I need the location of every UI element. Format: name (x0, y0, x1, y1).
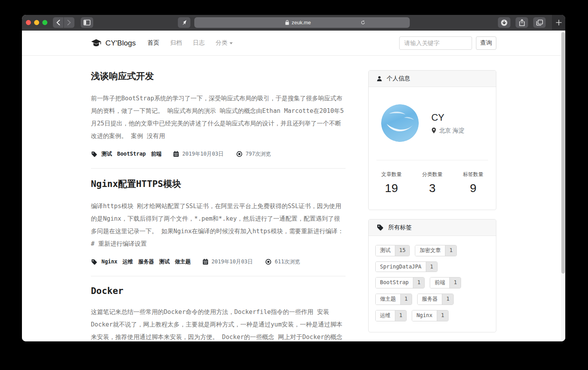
caret-down-icon (230, 42, 233, 44)
minimize-window-button[interactable] (34, 20, 39, 25)
profile-location: 北京 海淀 (439, 127, 464, 134)
post-views: 611次浏览 (275, 258, 300, 265)
avatar (381, 104, 419, 142)
search-input[interactable] (399, 36, 472, 50)
calendar-icon (203, 259, 208, 265)
lock-icon (285, 20, 289, 25)
tab-overview-button[interactable] (533, 17, 546, 28)
location-pin-icon (431, 127, 436, 134)
tag-chip[interactable]: 前端1 (430, 277, 461, 288)
sidebar-toggle-button[interactable] (81, 17, 93, 28)
scrollbar-track[interactable] (561, 31, 565, 341)
back-button[interactable] (53, 17, 63, 28)
post-tag[interactable]: 服务器 (138, 258, 154, 265)
nav-categories-dropdown[interactable]: 分类 (216, 39, 233, 47)
browser-window: zeuk.me (22, 15, 565, 341)
post-divider (91, 168, 346, 169)
eye-icon (265, 259, 271, 265)
profile-card: 个人信息 (368, 70, 496, 210)
share-button[interactable] (516, 17, 528, 28)
post-item: Nginx配置HTTPS模块 编译https模块 刚才给网站配置了SSL证书，在… (91, 178, 346, 276)
post-divider (91, 276, 346, 276)
zoom-window-button[interactable] (42, 20, 47, 25)
tags-card-header: 所有标签 (369, 219, 496, 236)
main-nav: 首页 归档 日志 分类 (148, 39, 233, 47)
post-item: Docker 这篇笔记来总结一些常用的Docker命令的使用方法，Dockerf… (91, 286, 346, 341)
stat-categories: 分类数量 3 (412, 171, 452, 195)
sidebar: 个人信息 (368, 70, 496, 332)
post-date: 2019年10月03日 (182, 151, 224, 158)
plus-icon (556, 20, 562, 25)
post-tag[interactable]: 测试 (159, 258, 170, 265)
tabs-icon (536, 20, 543, 26)
brand-title: CY'Blogs (105, 39, 136, 47)
nav-archive[interactable]: 归档 (170, 39, 182, 47)
downloads-button[interactable] (498, 17, 510, 28)
url-text: zeuk.me (291, 20, 311, 25)
profile-name: CY (431, 112, 464, 123)
tag-chip[interactable]: 测试15 (375, 245, 410, 256)
tag-chip[interactable]: 服务器1 (417, 294, 454, 305)
page-viewport: CY'Blogs 首页 归档 日志 分类 查询 浅谈 (22, 31, 565, 341)
post-list: 浅谈响应式开发 前一阵子把BootStrap系统的学习了一下，深受响应式布局的吸… (91, 70, 346, 341)
profile-card-header: 个人信息 (369, 71, 496, 87)
stat-articles: 文章数量 19 (371, 171, 412, 195)
tag-icon (376, 224, 384, 231)
eye-icon (236, 151, 242, 157)
sidebar-toggle-icon (83, 20, 90, 25)
browser-toolbar: zeuk.me (22, 15, 565, 31)
post-excerpt: 编译https模块 刚才给网站配置了SSL证书，在阿里云平台上免费获得的SSL证… (91, 200, 346, 250)
site-header: CY'Blogs 首页 归档 日志 分类 查询 (22, 31, 565, 56)
tag-icon (91, 151, 98, 158)
nav-home[interactable]: 首页 (148, 39, 159, 47)
share-icon (519, 19, 525, 26)
post-tag[interactable]: 做主题 (175, 258, 191, 265)
grad-cap-icon (91, 39, 101, 47)
bird-icon (181, 19, 187, 26)
forward-button[interactable] (64, 17, 74, 28)
post-title[interactable]: 浅谈响应式开发 (91, 70, 346, 82)
scrollbar-thumb[interactable] (561, 32, 565, 274)
post-tag[interactable]: 运维 (123, 258, 133, 265)
post-excerpt: 这篇笔记来总结一些常用的Docker命令的使用方法，Dockerfile指令的一… (91, 306, 346, 341)
post-tag[interactable]: 测试 (101, 151, 112, 158)
brand[interactable]: CY'Blogs (91, 39, 136, 47)
new-tab-button[interactable] (552, 15, 565, 31)
profile-stats: 文章数量 19 分类数量 3 标签数量 9 (369, 160, 496, 210)
post-date: 2019年10月03日 (212, 258, 253, 265)
calendar-icon (173, 151, 179, 157)
stat-tags: 标签数量 9 (453, 171, 494, 195)
tag-icon (91, 259, 98, 265)
tag-chip[interactable]: 加密文章1 (415, 245, 457, 256)
tag-chip[interactable]: SpringDataJPA1 (375, 261, 438, 272)
post-views: 797次浏览 (246, 151, 271, 158)
download-icon (501, 19, 508, 26)
tag-chip[interactable]: 做主题1 (375, 294, 412, 305)
person-icon (376, 76, 382, 82)
tag-chip-list: 测试15 加密文章1 SpringDataJPA1 BootStrap1 前端1… (369, 236, 496, 332)
post-tag[interactable]: Nginx (101, 258, 118, 265)
post-meta: Nginx 运维 服务器 测试 做主题 (91, 258, 346, 265)
tag-chip[interactable]: BootStrap1 (375, 277, 425, 288)
post-tag[interactable]: 前端 (151, 151, 161, 158)
forward-icon (67, 20, 71, 25)
post-title[interactable]: Docker (91, 286, 346, 296)
search-area: 查询 (399, 36, 496, 50)
traffic-lights (26, 20, 47, 25)
post-item: 浅谈响应式开发 前一阵子把BootStrap系统的学习了一下，深受响应式布局的吸… (91, 70, 346, 169)
back-icon (56, 20, 60, 25)
extension-bird-button[interactable] (178, 17, 190, 28)
reload-icon[interactable] (360, 20, 365, 25)
post-excerpt: 前一阵子把BootStrap系统的学习了一下，深受响应式布局的吸引，于是搜集了很… (91, 92, 346, 142)
tags-card: 所有标签 测试15 加密文章1 SpringDataJPA1 BootStrap… (368, 219, 496, 332)
post-tag[interactable]: BootStrap (117, 151, 146, 158)
post-title[interactable]: Nginx配置HTTPS模块 (91, 178, 346, 190)
post-meta: 测试 BootStrap 前端 (91, 151, 346, 158)
address-bar[interactable]: zeuk.me (194, 17, 410, 28)
search-button[interactable]: 查询 (476, 36, 496, 50)
close-window-button[interactable] (26, 20, 31, 25)
tag-chip[interactable]: 运维1 (375, 310, 407, 321)
nav-journal[interactable]: 日志 (193, 39, 205, 47)
tag-chip[interactable]: Nginx1 (412, 310, 449, 321)
